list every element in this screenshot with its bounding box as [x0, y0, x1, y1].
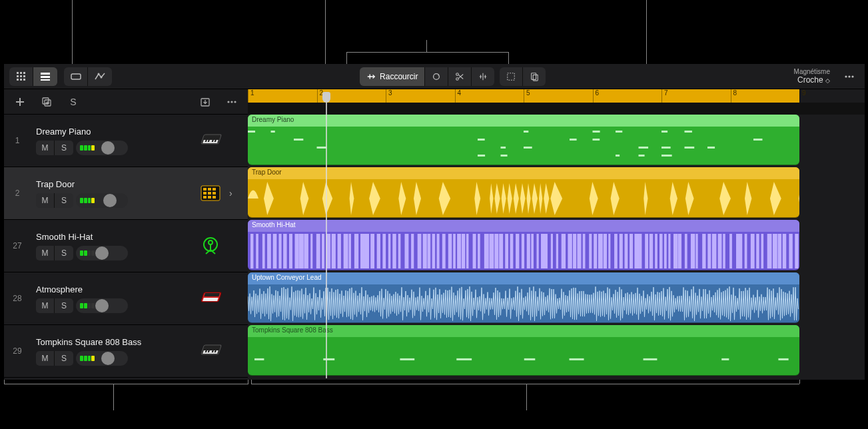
svg-rect-128 [505, 234, 508, 268]
paste-tool-button[interactable] [523, 67, 546, 86]
cycle-range[interactable]: 123456789 [248, 89, 799, 103]
instrument-icon[interactable] [197, 291, 224, 306]
region[interactable]: Uptown Conveyor Lead [248, 272, 799, 323]
loop-tool-button[interactable] [425, 67, 448, 86]
svg-rect-157 [655, 234, 657, 268]
volume-knob[interactable] [101, 141, 115, 155]
automation-view-button[interactable] [88, 67, 112, 86]
callout-line [72, 0, 73, 64]
mute-button[interactable]: M [36, 193, 55, 208]
solo-button[interactable]: S [55, 141, 73, 155]
track-header[interactable]: 27Smooth Hi-HatMS [4, 220, 248, 272]
ruler-bar-number: 4 [455, 89, 462, 103]
level-meter-icon [80, 250, 95, 256]
svg-rect-82 [256, 234, 258, 268]
mute-solo-group: MS [36, 246, 73, 260]
import-button[interactable] [196, 93, 215, 111]
svg-point-14 [101, 76, 103, 78]
plus-icon [15, 97, 25, 107]
volume-slider[interactable] [76, 193, 128, 208]
svg-rect-105 [382, 234, 386, 268]
svg-rect-62 [661, 131, 667, 133]
mute-button[interactable]: M [36, 298, 55, 313]
svg-rect-87 [283, 234, 286, 268]
svg-rect-37 [203, 188, 207, 191]
callout-line [248, 380, 248, 384]
svg-rect-70 [501, 147, 506, 149]
instrument-icon[interactable] [197, 133, 224, 148]
track-header[interactable]: 1Dreamy PianoMS [4, 115, 248, 167]
solo-button[interactable]: S [55, 193, 73, 208]
svg-point-23 [851, 75, 853, 77]
svg-rect-114 [432, 234, 435, 268]
view-grid-button[interactable] [9, 67, 33, 86]
svg-rect-165 [695, 234, 697, 268]
solo-button[interactable]: S [55, 298, 73, 313]
volume-knob[interactable] [103, 194, 117, 207]
instrument-icon[interactable] [197, 236, 224, 255]
trim-tool-button[interactable]: Raccourcir [360, 67, 425, 86]
view-tracks-button[interactable] [33, 67, 57, 86]
volume-knob[interactable] [101, 352, 115, 365]
svg-rect-67 [593, 139, 600, 141]
select-tool-button[interactable] [500, 67, 523, 86]
track-header[interactable]: 2Trap DoorMS› [4, 167, 248, 220]
mute-button[interactable]: M [36, 351, 55, 366]
global-solo-button[interactable]: S [64, 93, 83, 111]
volume-knob[interactable] [95, 246, 109, 260]
track-header-more-button[interactable] [222, 93, 241, 111]
region[interactable]: Trap Door [248, 167, 799, 218]
track-name[interactable]: Dreamy Piano [36, 127, 192, 137]
svg-rect-158 [659, 234, 663, 268]
region[interactable]: Dreamy Piano [248, 115, 799, 165]
mute-button[interactable]: M [36, 141, 55, 155]
svg-rect-38 [208, 188, 211, 191]
add-track-button[interactable] [11, 93, 29, 111]
duplicate-track-button[interactable] [37, 93, 56, 111]
chevron-right-icon[interactable]: › [229, 188, 241, 199]
solo-button[interactable]: S [55, 351, 73, 366]
region[interactable]: Smooth Hi-Hat [248, 220, 799, 270]
region[interactable]: Tompkins Square 808 Bass [248, 325, 799, 376]
track-header-toolbar: S [4, 93, 248, 111]
snap-setting[interactable]: Magnétisme Croche ◇ [794, 68, 833, 85]
volume-slider[interactable] [76, 351, 128, 366]
more-menu-button[interactable] [839, 67, 859, 86]
track-name[interactable]: Atmosphere [36, 284, 192, 294]
callout-line [251, 384, 799, 384]
timeline-regions[interactable]: Dreamy PianoTrap DoorSmooth Hi-HatUptown… [248, 115, 865, 380]
track-name[interactable]: Trap Door [36, 179, 192, 189]
svg-rect-77 [501, 155, 508, 157]
track-header[interactable]: 28AtmosphereMS [4, 272, 248, 325]
ruler-bar-number: 9 [799, 89, 806, 103]
svg-rect-76 [478, 155, 485, 157]
solo-label: S [70, 97, 76, 107]
split-tool-button[interactable] [448, 67, 472, 86]
mute-solo-group: MS [36, 193, 73, 208]
timeline-ruler[interactable]: 123456789 [248, 89, 865, 115]
playhead[interactable] [322, 92, 330, 103]
stretch-tool-button[interactable] [472, 67, 494, 86]
mute-button[interactable]: M [36, 246, 55, 260]
callout-line [4, 384, 248, 384]
dropdown-indicator-icon: ◇ [825, 77, 830, 84]
volume-knob[interactable] [95, 299, 109, 312]
volume-slider[interactable] [76, 141, 128, 155]
region-view-button[interactable] [64, 67, 88, 86]
track-name[interactable]: Smooth Hi-Hat [36, 232, 192, 242]
instrument-icon[interactable] [197, 344, 224, 358]
svg-point-17 [456, 77, 459, 80]
svg-rect-104 [377, 234, 380, 268]
solo-button[interactable]: S [55, 246, 73, 260]
svg-rect-185 [323, 358, 334, 360]
svg-rect-2 [23, 72, 25, 74]
svg-rect-106 [388, 234, 391, 268]
svg-rect-44 [208, 196, 211, 199]
volume-slider[interactable] [76, 246, 128, 260]
instrument-icon[interactable] [197, 185, 224, 201]
svg-rect-133 [531, 234, 534, 268]
track-header[interactable]: 29Tompkins Square 808 BassMS [4, 325, 248, 378]
volume-slider[interactable] [76, 298, 128, 313]
svg-rect-91 [304, 234, 308, 268]
track-name[interactable]: Tompkins Square 808 Bass [36, 337, 192, 347]
